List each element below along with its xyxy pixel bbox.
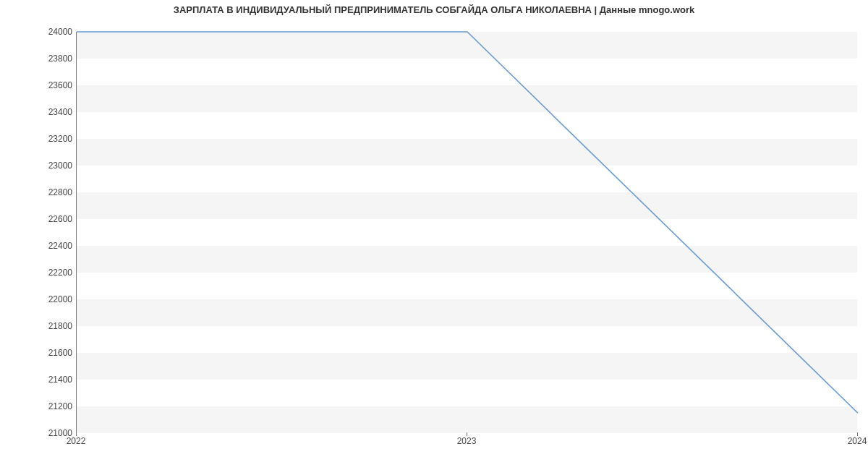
x-tick-mark	[467, 432, 467, 436]
x-tick-mark	[76, 432, 77, 436]
y-tick-label: 22000	[4, 294, 72, 304]
y-tick-label: 24000	[4, 27, 72, 37]
x-tick-label: 2022	[67, 436, 86, 446]
x-tick-label: 2024	[848, 436, 867, 446]
x-tick-mark	[857, 432, 858, 436]
y-tick-label: 21200	[4, 401, 72, 411]
y-tick-label: 22200	[4, 268, 72, 278]
y-tick-label: 23400	[4, 107, 72, 117]
plot-area	[76, 32, 857, 433]
y-tick-label: 22400	[4, 241, 72, 251]
y-tick-label: 23600	[4, 80, 72, 90]
y-tick-label: 21800	[4, 321, 72, 331]
y-tick-label: 22800	[4, 187, 72, 197]
y-tick-label: 21600	[4, 348, 72, 358]
x-tick-label: 2023	[457, 436, 477, 446]
y-tick-label: 21400	[4, 375, 72, 385]
data-line	[77, 32, 858, 413]
y-tick-label: 23200	[4, 134, 72, 144]
y-tick-label: 22600	[4, 214, 72, 224]
y-tick-label: 23000	[4, 161, 72, 171]
chart-title: ЗАРПЛАТА В ИНДИВИДУАЛЬНЫЙ ПРЕДПРИНИМАТЕЛ…	[0, 4, 868, 15]
y-tick-label: 21000	[4, 428, 72, 438]
chart-container: ЗАРПЛАТА В ИНДИВИДУАЛЬНЫЙ ПРЕДПРИНИМАТЕЛ…	[0, 0, 868, 470]
y-tick-label: 23800	[4, 54, 72, 64]
line-layer	[77, 32, 857, 432]
